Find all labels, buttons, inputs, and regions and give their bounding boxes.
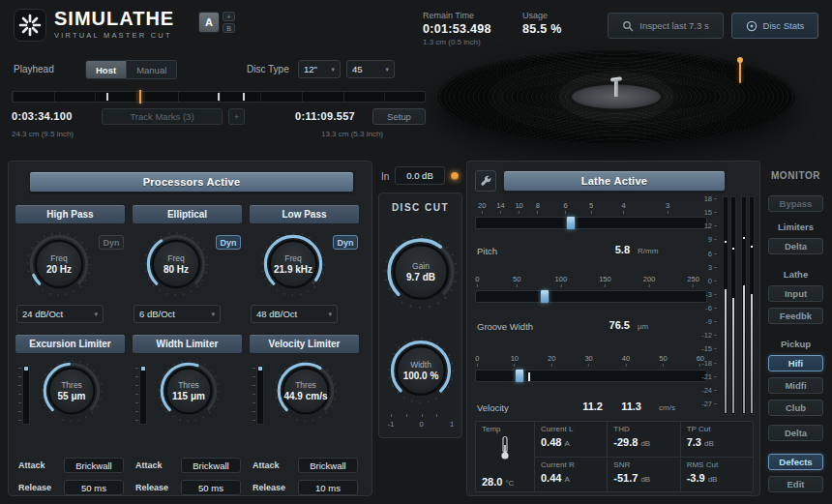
bypass-button[interactable]: Bypass <box>768 195 823 212</box>
highpass-dyn-button[interactable]: Dyn <box>99 235 124 250</box>
lowpass-column: Low Pass Freq21.9 kHz Dyn 48 dB/Oct▾ Vel… <box>249 204 360 490</box>
width-thres-knob[interactable]: Thres115 μm <box>157 359 221 423</box>
inspect-button[interactable]: Inspect last 7.3 s <box>608 13 724 39</box>
velocity-value-left: 11.2 <box>560 400 603 412</box>
logo-glyph <box>14 9 46 42</box>
velocity-slider[interactable] <box>475 370 707 382</box>
lathe-settings-button[interactable] <box>475 170 496 192</box>
app-title: SIMULATHE <box>54 9 174 28</box>
host-button[interactable]: Host <box>85 60 126 79</box>
level-meter-out-right <box>749 196 755 415</box>
playhead-marker[interactable] <box>139 90 141 104</box>
disc-size-select[interactable]: 12"▾ <box>298 60 341 78</box>
knob-label: Freq <box>284 253 301 263</box>
chevron-down-icon: ▾ <box>211 311 215 318</box>
pickup-club-button[interactable]: Club <box>768 400 823 416</box>
track-marks-button[interactable]: Track Marks (3) <box>102 108 223 125</box>
level-meter-out-left <box>741 196 747 415</box>
knob-label: Freq <box>50 253 67 263</box>
ab-snapshot-a-button[interactable]: A <box>198 12 220 33</box>
velocity-handle[interactable] <box>515 369 524 383</box>
knob-label: Thres <box>61 380 82 390</box>
velocity-right-marker <box>528 372 530 381</box>
remain-distance: 1.3 cm (0.5 inch) <box>423 38 491 46</box>
velocity-scale: 0 10 20 30 40 50 60 <box>475 354 707 366</box>
width-release-value[interactable]: 50 ms <box>181 480 241 495</box>
elliptical-freq-knob[interactable]: Freq80 Hz <box>143 231 209 297</box>
elliptical-dyn-button[interactable]: Dyn <box>216 235 241 250</box>
track-mark[interactable] <box>106 93 108 101</box>
pitch-handle[interactable] <box>566 216 576 230</box>
tp-cut-unit: dB <box>704 439 714 448</box>
lathe-input-button[interactable]: Input <box>768 285 823 302</box>
manual-button[interactable]: Manual <box>126 60 177 79</box>
lowpass-freq-knob[interactable]: Freq21.9 kHz <box>260 231 326 297</box>
width-limiter-header[interactable]: Width Limiter <box>132 334 243 354</box>
pitch-slider[interactable] <box>475 217 707 229</box>
processors-active-button[interactable]: Processors Active <box>29 171 354 193</box>
disc-stats-button-label: Disc Stats <box>763 20 805 31</box>
width-gr-meter <box>139 365 147 425</box>
attack-label: Attack <box>18 460 45 470</box>
groove-width-handle[interactable] <box>540 289 550 304</box>
excursion-attack-value[interactable]: Brickwall <box>64 458 124 473</box>
scale-tick: 10 <box>511 354 519 367</box>
timeline[interactable] <box>12 91 426 103</box>
velocity-label: Velocity <box>477 402 509 413</box>
knob-label: Thres <box>178 380 199 390</box>
lowpass-slope-select[interactable]: 48 dB/Oct▾ <box>251 305 338 323</box>
track-mark[interactable] <box>218 93 220 101</box>
lowpass-header[interactable]: Low Pass <box>249 204 360 224</box>
app-title-block: SIMULATHE VIRTUAL MASTER CUT <box>54 9 174 40</box>
pickup-delta-button[interactable]: Delta <box>768 425 823 441</box>
processors-panel: Processors Active High Pass Freq20 Hz Dy… <box>8 161 372 496</box>
velocity-thres-knob[interactable]: Thres44.9 cm/s <box>274 359 338 423</box>
edit-button[interactable]: Edit <box>768 476 823 492</box>
lowpass-dyn-button[interactable]: Dyn <box>333 235 358 250</box>
pickup-hifi-button[interactable]: Hifi <box>768 355 823 371</box>
elliptical-slope-select[interactable]: 6 dB/Oct▾ <box>134 305 221 323</box>
scale-tick: 0 <box>419 420 423 429</box>
disc-stats-button[interactable]: Disc Stats <box>731 13 818 39</box>
groove-width-unit: μm <box>638 322 648 331</box>
elliptical-header[interactable]: Elliptical <box>132 204 243 224</box>
pickup-midfi-button[interactable]: Midfi <box>768 377 823 394</box>
highpass-slope-select[interactable]: 24 dB/Oct▾ <box>16 305 104 323</box>
current-l-unit: A <box>564 439 569 448</box>
ab-snapshot-b-button[interactable]: B <box>223 23 235 33</box>
velocity-limiter-header[interactable]: Velocity Limiter <box>249 334 360 354</box>
setup-button[interactable]: Setup <box>372 108 426 125</box>
add-track-mark-button[interactable]: + <box>228 108 245 125</box>
excursion-gr-meter <box>22 365 30 425</box>
width-attack-value[interactable]: Brickwall <box>181 458 241 473</box>
gain-knob[interactable]: Gain9.7 dB <box>383 234 459 310</box>
lathe-feedback-button[interactable]: Feedbk <box>768 308 823 324</box>
groove-width-slider[interactable] <box>475 290 707 303</box>
snr-label: SNR <box>613 460 673 469</box>
velocity-release-value[interactable]: 10 ms <box>298 480 358 495</box>
scale-tick: 0 <box>475 275 479 287</box>
slope-value: 48 dB/Oct <box>256 309 297 319</box>
width-release-row: Release 50 ms <box>132 480 243 495</box>
velocity-release-row: Release 10 ms <box>249 480 360 495</box>
limiters-delta-button[interactable]: Delta <box>768 238 823 254</box>
defects-button[interactable]: Defects <box>768 454 823 470</box>
meter-fill <box>743 285 745 413</box>
excursion-limiter-header[interactable]: Excursion Limiter <box>15 334 126 354</box>
ab-add-button[interactable]: + <box>223 12 235 21</box>
velocity-attack-value[interactable]: Brickwall <box>298 458 358 473</box>
input-gain-box[interactable]: 0.0 dB <box>395 166 445 185</box>
track-mark[interactable] <box>243 93 245 101</box>
excursion-release-value[interactable]: 50 ms <box>64 480 124 495</box>
highpass-header[interactable]: High Pass <box>15 204 126 224</box>
highpass-freq-knob[interactable]: Freq20 Hz <box>26 231 92 297</box>
disc-speed-select[interactable]: 45▾ <box>346 60 395 78</box>
level-meter-in-right <box>730 196 736 415</box>
velocity-gr-meter <box>256 365 264 425</box>
inner-radius-label: 13.3 cm (5.3 inch) <box>321 130 383 138</box>
lathe-active-button[interactable]: Lathe Active <box>503 170 726 192</box>
playhead-mode-toggle: Host Manual <box>85 60 177 79</box>
width-knob[interactable]: Width100.0 % <box>387 337 455 404</box>
scale-tick: 100 <box>555 275 568 287</box>
excursion-thres-knob[interactable]: Thres55 μm <box>40 359 104 423</box>
